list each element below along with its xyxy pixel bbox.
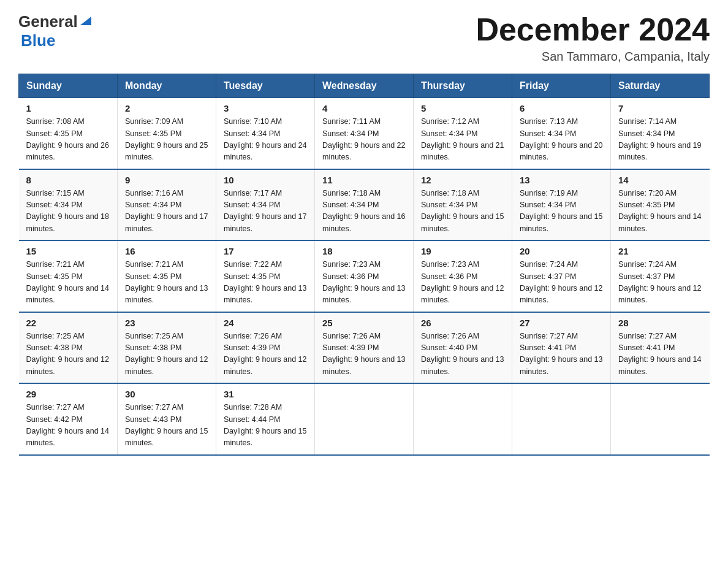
day-number: 29: [26, 389, 110, 399]
table-row: 17Sunrise: 7:22 AMSunset: 4:35 PMDayligh…: [216, 240, 315, 312]
day-info: Sunrise: 7:24 AMSunset: 4:37 PMDaylight:…: [618, 259, 702, 307]
day-info: Sunrise: 7:26 AMSunset: 4:40 PMDaylight:…: [421, 331, 504, 378]
col-friday: Friday: [512, 74, 611, 98]
day-info: Sunrise: 7:13 AMSunset: 4:34 PMDaylight:…: [520, 116, 603, 164]
day-info: Sunrise: 7:12 AMSunset: 4:34 PMDaylight:…: [421, 116, 504, 164]
day-info: Sunrise: 7:23 AMSunset: 4:36 PMDaylight:…: [421, 259, 504, 307]
calendar-table: Sunday Monday Tuesday Wednesday Thursday…: [18, 74, 710, 456]
day-info: Sunrise: 7:27 AMSunset: 4:41 PMDaylight:…: [618, 331, 702, 378]
calendar-week-row: 1Sunrise: 7:08 AMSunset: 4:35 PMDaylight…: [19, 98, 710, 169]
day-info: Sunrise: 7:28 AMSunset: 4:44 PMDaylight:…: [224, 402, 307, 450]
day-info: Sunrise: 7:27 AMSunset: 4:41 PMDaylight:…: [520, 331, 603, 378]
day-info: Sunrise: 7:23 AMSunset: 4:36 PMDaylight:…: [322, 259, 406, 307]
table-row: 30Sunrise: 7:27 AMSunset: 4:43 PMDayligh…: [118, 383, 216, 455]
day-number: 7: [618, 103, 702, 113]
day-info: Sunrise: 7:20 AMSunset: 4:35 PMDaylight:…: [618, 188, 702, 236]
day-info: Sunrise: 7:18 AMSunset: 4:34 PMDaylight:…: [421, 188, 504, 236]
calendar-header-row: Sunday Monday Tuesday Wednesday Thursday…: [19, 74, 710, 98]
table-row: [512, 383, 611, 455]
day-info: Sunrise: 7:10 AMSunset: 4:34 PMDaylight:…: [224, 116, 307, 164]
logo-general-text: General: [18, 12, 78, 31]
table-row: 11Sunrise: 7:18 AMSunset: 4:34 PMDayligh…: [315, 169, 414, 241]
logo-blue-text: Blue: [21, 31, 55, 50]
table-row: 10Sunrise: 7:17 AMSunset: 4:34 PMDayligh…: [216, 169, 315, 241]
day-number: 6: [520, 103, 603, 113]
day-number: 2: [125, 103, 208, 113]
day-number: 12: [421, 175, 504, 185]
day-number: 30: [125, 389, 208, 399]
table-row: 5Sunrise: 7:12 AMSunset: 4:34 PMDaylight…: [414, 98, 512, 169]
day-info: Sunrise: 7:25 AMSunset: 4:38 PMDaylight:…: [125, 331, 208, 378]
day-number: 22: [26, 318, 110, 328]
table-row: 25Sunrise: 7:26 AMSunset: 4:39 PMDayligh…: [315, 312, 414, 384]
day-number: 26: [421, 318, 504, 328]
day-info: Sunrise: 7:19 AMSunset: 4:34 PMDaylight:…: [520, 188, 603, 236]
col-monday: Monday: [118, 74, 216, 98]
day-info: Sunrise: 7:17 AMSunset: 4:34 PMDaylight:…: [224, 188, 307, 236]
calendar-week-row: 15Sunrise: 7:21 AMSunset: 4:35 PMDayligh…: [19, 240, 710, 312]
col-sunday: Sunday: [19, 74, 118, 98]
table-row: 13Sunrise: 7:19 AMSunset: 4:34 PMDayligh…: [512, 169, 611, 241]
table-row: 22Sunrise: 7:25 AMSunset: 4:38 PMDayligh…: [19, 312, 118, 384]
day-number: 17: [224, 246, 307, 256]
svg-marker-0: [80, 17, 91, 25]
day-number: 9: [125, 175, 208, 185]
title-section: December 2024 San Tammaro, Campania, Ita…: [476, 12, 710, 64]
table-row: 1Sunrise: 7:08 AMSunset: 4:35 PMDaylight…: [19, 98, 118, 169]
table-row: 26Sunrise: 7:26 AMSunset: 4:40 PMDayligh…: [414, 312, 512, 384]
table-row: [315, 383, 414, 455]
table-row: 12Sunrise: 7:18 AMSunset: 4:34 PMDayligh…: [414, 169, 512, 241]
day-number: 21: [618, 246, 702, 256]
table-row: [611, 383, 710, 455]
day-number: 8: [26, 175, 110, 185]
table-row: [414, 383, 512, 455]
table-row: 7Sunrise: 7:14 AMSunset: 4:34 PMDaylight…: [611, 98, 710, 169]
day-number: 23: [125, 318, 208, 328]
day-number: 11: [322, 175, 406, 185]
col-saturday: Saturday: [611, 74, 710, 98]
day-number: 13: [520, 175, 603, 185]
day-number: 5: [421, 103, 504, 113]
col-thursday: Thursday: [414, 74, 512, 98]
location-subtitle: San Tammaro, Campania, Italy: [476, 50, 710, 64]
table-row: 19Sunrise: 7:23 AMSunset: 4:36 PMDayligh…: [414, 240, 512, 312]
table-row: 20Sunrise: 7:24 AMSunset: 4:37 PMDayligh…: [512, 240, 611, 312]
table-row: 18Sunrise: 7:23 AMSunset: 4:36 PMDayligh…: [315, 240, 414, 312]
month-year-title: December 2024: [476, 12, 710, 47]
day-number: 31: [224, 389, 307, 399]
day-number: 16: [125, 246, 208, 256]
day-info: Sunrise: 7:26 AMSunset: 4:39 PMDaylight:…: [224, 331, 307, 378]
day-number: 10: [224, 175, 307, 185]
day-info: Sunrise: 7:25 AMSunset: 4:38 PMDaylight:…: [26, 331, 110, 378]
day-info: Sunrise: 7:27 AMSunset: 4:43 PMDaylight:…: [125, 402, 208, 450]
col-tuesday: Tuesday: [216, 74, 315, 98]
day-info: Sunrise: 7:22 AMSunset: 4:35 PMDaylight:…: [224, 259, 307, 307]
day-number: 18: [322, 246, 406, 256]
day-info: Sunrise: 7:08 AMSunset: 4:35 PMDaylight:…: [26, 116, 110, 164]
day-number: 4: [322, 103, 406, 113]
day-info: Sunrise: 7:26 AMSunset: 4:39 PMDaylight:…: [322, 331, 406, 378]
day-number: 3: [224, 103, 307, 113]
day-info: Sunrise: 7:18 AMSunset: 4:34 PMDaylight:…: [322, 188, 406, 236]
table-row: 15Sunrise: 7:21 AMSunset: 4:35 PMDayligh…: [19, 240, 118, 312]
logo-triangle-icon: [79, 14, 93, 28]
day-info: Sunrise: 7:24 AMSunset: 4:37 PMDaylight:…: [520, 259, 603, 307]
day-info: Sunrise: 7:09 AMSunset: 4:35 PMDaylight:…: [125, 116, 208, 164]
table-row: 31Sunrise: 7:28 AMSunset: 4:44 PMDayligh…: [216, 383, 315, 455]
table-row: 2Sunrise: 7:09 AMSunset: 4:35 PMDaylight…: [118, 98, 216, 169]
table-row: 16Sunrise: 7:21 AMSunset: 4:35 PMDayligh…: [118, 240, 216, 312]
day-number: 1: [26, 103, 110, 113]
day-number: 20: [520, 246, 603, 256]
day-info: Sunrise: 7:27 AMSunset: 4:42 PMDaylight:…: [26, 402, 110, 450]
day-number: 24: [224, 318, 307, 328]
calendar-week-row: 29Sunrise: 7:27 AMSunset: 4:42 PMDayligh…: [19, 383, 710, 455]
table-row: 21Sunrise: 7:24 AMSunset: 4:37 PMDayligh…: [611, 240, 710, 312]
day-info: Sunrise: 7:15 AMSunset: 4:34 PMDaylight:…: [26, 188, 110, 236]
day-number: 14: [618, 175, 702, 185]
day-info: Sunrise: 7:11 AMSunset: 4:34 PMDaylight:…: [322, 116, 406, 164]
day-number: 15: [26, 246, 110, 256]
col-wednesday: Wednesday: [315, 74, 414, 98]
table-row: 4Sunrise: 7:11 AMSunset: 4:34 PMDaylight…: [315, 98, 414, 169]
page-header: General Blue December 2024 San Tammaro, …: [18, 12, 710, 64]
table-row: 27Sunrise: 7:27 AMSunset: 4:41 PMDayligh…: [512, 312, 611, 384]
